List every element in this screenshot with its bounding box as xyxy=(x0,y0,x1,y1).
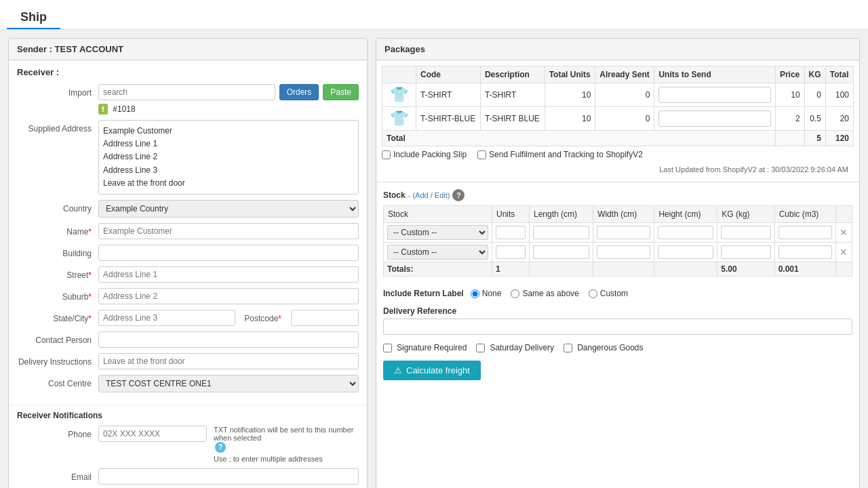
th-height: Height (cm) xyxy=(654,206,717,223)
stock-totals-row: Totals: 1 5.00 0.001 xyxy=(384,262,852,277)
return-none-label[interactable]: None xyxy=(471,289,502,298)
question-badge: ? xyxy=(215,442,226,453)
stock-width-2[interactable] xyxy=(597,245,650,259)
item-desc-1: T-SHIRT xyxy=(480,83,545,107)
country-row: Country Example Country xyxy=(17,200,359,218)
stock-table: Stock Units Length (cm) Width (cm) Heigh… xyxy=(383,205,852,277)
include-packing-slip-checkbox[interactable] xyxy=(382,150,391,159)
phone-label: Phone xyxy=(17,426,98,439)
units-to-send-input-2[interactable]: 10 xyxy=(658,110,770,127)
send-fulfilment-checkbox[interactable] xyxy=(477,150,486,159)
right-panel: Packages Code Description Total Units Al… xyxy=(376,38,860,488)
th-stock: Stock xyxy=(384,206,492,223)
street-input[interactable] xyxy=(98,266,359,283)
totals-height-cell xyxy=(654,262,717,277)
remove-stock-row-1-button[interactable]: ✕ xyxy=(840,227,848,238)
postcode-input[interactable]: 1234 xyxy=(291,310,359,326)
stock-height-2[interactable] xyxy=(658,245,713,259)
paste-button[interactable]: Paste xyxy=(323,84,359,100)
dangerous-goods-text: Dangerous Goods xyxy=(577,343,643,352)
stock-length-2[interactable] xyxy=(533,245,589,259)
include-packing-slip-label[interactable]: Include Packing Slip xyxy=(382,150,467,159)
building-label: Building xyxy=(17,245,98,258)
return-same-label[interactable]: Same as above xyxy=(511,289,578,298)
th-cubic: Cubic (m3) xyxy=(774,206,835,223)
return-label-section: Include Return Label None Same as above … xyxy=(376,283,859,304)
stock-units-1[interactable]: 1 xyxy=(496,226,526,239)
delivery-instructions-input[interactable] xyxy=(98,353,359,369)
dangerous-goods-label[interactable]: Dangerous Goods xyxy=(564,343,643,352)
delivery-ref-input[interactable]: #1018 xyxy=(383,319,852,335)
state-input[interactable] xyxy=(98,310,235,326)
item-already-sent-1: 0 xyxy=(595,83,654,107)
orders-button[interactable]: Orders xyxy=(279,84,319,100)
email-input[interactable] xyxy=(98,468,359,485)
stock-label: Stock xyxy=(383,190,406,200)
sender-header: Sender : TEST ACCOUNT xyxy=(9,39,367,60)
saturday-delivery-label[interactable]: Saturday Delivery xyxy=(476,343,554,352)
name-input[interactable] xyxy=(98,223,359,239)
signature-required-label[interactable]: Signature Required xyxy=(383,343,467,352)
stock-kg-2[interactable] xyxy=(721,245,770,259)
import-label: Import xyxy=(17,84,98,98)
totals-label-cell: Totals: xyxy=(384,262,492,277)
stock-select-1[interactable]: -- Custom -- xyxy=(387,225,488,240)
stock-add-edit-link[interactable]: - (Add / Edit) xyxy=(408,191,450,199)
item-total-1: 100 xyxy=(825,83,853,107)
sms-note: TXT notification will be sent to this nu… xyxy=(214,426,359,442)
cost-centre-select[interactable]: TEST COST CENTRE ONE1 xyxy=(98,375,359,392)
signature-required-checkbox[interactable] xyxy=(383,344,392,352)
th-width: Width (cm) xyxy=(593,206,654,223)
stock-height-1[interactable]: 5 xyxy=(658,226,713,239)
th-units-to-send: Units to Send xyxy=(654,66,775,83)
notifications-title: Receiver Notifications xyxy=(17,411,359,420)
building-input[interactable] xyxy=(98,245,359,261)
return-custom-radio[interactable] xyxy=(589,289,597,298)
calculate-freight-button[interactable]: ⚠ Calculate freight xyxy=(383,361,481,380)
remove-stock-row-2-button[interactable]: ✕ xyxy=(840,247,848,258)
address-box: Example Customer Address Line 1 Address … xyxy=(98,120,359,195)
return-none-radio[interactable] xyxy=(471,289,479,298)
country-select[interactable]: Example Country xyxy=(98,200,359,218)
stock-length-1[interactable]: 10 xyxy=(533,226,589,239)
total-label: Total xyxy=(382,131,776,146)
item-icon-2: 👕 xyxy=(382,107,416,131)
search-input[interactable] xyxy=(98,84,275,100)
stock-select-2[interactable]: -- Custom -- xyxy=(387,245,488,260)
suburb-input[interactable] xyxy=(98,288,359,304)
state-label: State/City* xyxy=(17,310,98,323)
supplied-address-label: Supplied Address xyxy=(17,120,98,134)
stock-kg-1[interactable]: 5 xyxy=(721,226,770,239)
return-same-radio[interactable] xyxy=(511,289,519,298)
send-fulfilment-label[interactable]: Send Fulfilment and Tracking to ShopifyV… xyxy=(477,150,643,159)
saturday-delivery-checkbox[interactable] xyxy=(476,344,485,352)
th-actions xyxy=(836,206,852,223)
return-label-title: Include Return Label xyxy=(383,289,464,298)
stock-units-2[interactable]: 1 xyxy=(496,245,526,259)
name-row: Name* xyxy=(17,223,359,239)
contact-person-row: Contact Person xyxy=(17,331,359,348)
notifications-section: Receiver Notifications Phone TXT notific… xyxy=(9,405,367,488)
th-description: Description xyxy=(480,66,545,83)
street-row: Street* xyxy=(17,266,359,283)
order-number: #1018 xyxy=(113,104,135,114)
units-to-send-input-1[interactable]: 10 xyxy=(658,87,770,103)
return-same-text: Same as above xyxy=(522,289,578,298)
stock-section: Stock - (Add / Edit) ? Stock Units Lengt… xyxy=(376,182,859,283)
import-row: Import Orders Paste f #1018 xyxy=(17,84,359,115)
dangerous-goods-checkbox[interactable] xyxy=(564,344,572,352)
phone-input[interactable] xyxy=(98,426,207,442)
item-total-units-1: 10 xyxy=(545,83,595,107)
packages-table: Code Description Total Units Already Sen… xyxy=(382,66,854,146)
contact-person-label: Contact Person xyxy=(17,331,98,345)
stock-cubic-2[interactable]: 0 xyxy=(778,245,832,259)
stock-cubic-1[interactable]: 0.001 xyxy=(778,226,832,239)
help-icon[interactable]: ? xyxy=(452,189,465,201)
contact-person-input[interactable] xyxy=(98,331,359,348)
stock-row-2: -- Custom -- 1 0 ✕ xyxy=(384,243,852,262)
totals-kg-cell: 5.00 xyxy=(717,262,774,277)
stock-width-1[interactable]: 15 xyxy=(597,226,650,239)
return-custom-label[interactable]: Custom xyxy=(589,289,628,298)
table-row: 👕 T-SHIRT T-SHIRT 10 0 10 10 0 100 xyxy=(382,83,854,107)
th-price: Price xyxy=(775,66,804,83)
